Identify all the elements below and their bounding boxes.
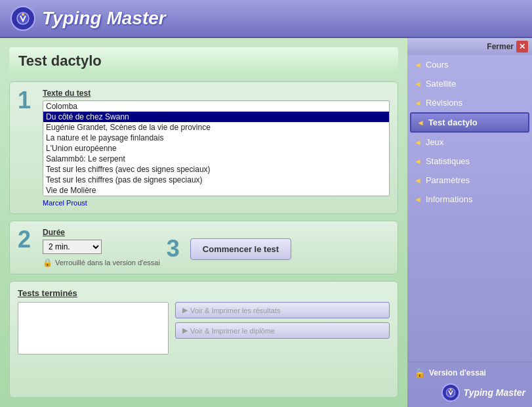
list-item[interactable]: Test sur les chiffres (avec des signes s… bbox=[43, 164, 389, 175]
list-item[interactable]: La nature et le paysage finlandais bbox=[43, 133, 389, 143]
arrow-icon-satellite: ◄ bbox=[414, 79, 422, 89]
sidebar-item-informations[interactable]: ◄ Informations bbox=[407, 190, 532, 209]
arrow-icon-cours: ◄ bbox=[414, 60, 422, 70]
svg-point-1 bbox=[22, 13, 24, 16]
step3-wrap: 3 Commencer le test bbox=[167, 228, 291, 261]
lock-icon: 🔒 bbox=[43, 258, 52, 267]
sidebar-item-parametres[interactable]: ◄ Paramètres bbox=[407, 171, 532, 190]
arrow-icon: ▶ bbox=[182, 306, 188, 314]
duration-label: Durée bbox=[43, 228, 160, 237]
tests-row: ▶ Voir & Imprimer les résultats ▶ Voir &… bbox=[18, 302, 390, 354]
tests-buttons: ▶ Voir & Imprimer les résultats ▶ Voir &… bbox=[175, 302, 390, 354]
step1-number: 1 bbox=[18, 89, 36, 112]
step2-number: 2 bbox=[18, 228, 36, 251]
list-item[interactable]: L'Union européenne bbox=[43, 143, 389, 154]
list-item[interactable]: Test sur les chiffres (pas de signes spe… bbox=[43, 175, 389, 185]
arrow-icon-jeux: ◄ bbox=[414, 138, 422, 147]
footer-logo: Typing Master bbox=[414, 383, 525, 402]
view-diploma-label: Voir & Imprimer le diplôme bbox=[190, 327, 275, 335]
list-item[interactable]: Vie de Molière bbox=[43, 185, 389, 196]
titlebar: Typing Master bbox=[0, 0, 532, 38]
list-item[interactable]: Colomba bbox=[43, 101, 389, 112]
tests-title: Tests terminés bbox=[18, 288, 390, 298]
text-listbox[interactable]: Colomba Du côté de chez Swann Eugénie Gr… bbox=[43, 100, 390, 196]
start-test-button[interactable]: Commencer le test bbox=[190, 238, 291, 260]
svg-point-3 bbox=[449, 389, 451, 391]
step2-content: Durée 1 min. 2 min. 3 min. 5 min. 10 min… bbox=[43, 228, 160, 267]
text-label: Texte du test bbox=[43, 89, 390, 98]
app-title: Typing Master bbox=[42, 8, 166, 29]
lock-version-icon: 🔒 bbox=[414, 368, 425, 378]
text-selection-section: 1 Texte du test Colomba Du côté de chez … bbox=[9, 81, 398, 214]
footer-logo-text: Typing Master bbox=[464, 387, 525, 398]
version-badge: 🔒 Version d'essai bbox=[414, 368, 525, 378]
view-results-label: Voir & Imprimer les résultats bbox=[190, 307, 281, 314]
revisions-label: Révisions bbox=[426, 98, 462, 108]
version-section: 🔒 Version d'essai Typing Master bbox=[407, 362, 532, 407]
arrow-icon-informations: ◄ bbox=[414, 195, 422, 204]
tests-section: Tests terminés ▶ Voir & Imprimer les rés… bbox=[9, 281, 398, 398]
sidebar-item-jeux[interactable]: ◄ Jeux bbox=[407, 133, 532, 152]
list-item[interactable]: Du côté de chez Swann bbox=[43, 112, 389, 122]
sidebar-item-satellite[interactable]: ◄ Satellite bbox=[407, 74, 532, 93]
step1-content: Texte du test Colomba Du côté de chez Sw… bbox=[43, 89, 390, 207]
fermer-bar: Fermer ✕ bbox=[407, 38, 532, 55]
footer-logo-icon bbox=[441, 383, 460, 402]
arrow-icon-parametres: ◄ bbox=[414, 176, 422, 185]
sidebar-item-revisions[interactable]: ◄ Révisions bbox=[407, 93, 532, 112]
fermer-label: Fermer bbox=[487, 42, 514, 51]
view-diploma-button[interactable]: ▶ Voir & Imprimer le diplôme bbox=[175, 322, 390, 339]
cours-label: Cours bbox=[426, 60, 449, 70]
duration-select[interactable]: 1 min. 2 min. 3 min. 5 min. 10 min. bbox=[43, 240, 102, 254]
statistiques-label: Statistiques bbox=[426, 156, 470, 166]
content-area: Test dactylo 1 Texte du test Colomba Du … bbox=[0, 38, 407, 407]
lock-text: Verrouillé dans la version d'essai bbox=[55, 259, 160, 267]
sidebar-item-statistiques[interactable]: ◄ Statistiques bbox=[407, 152, 532, 171]
informations-label: Informations bbox=[426, 194, 473, 204]
author-label: Marcel Proust bbox=[43, 199, 390, 207]
close-button[interactable]: Fermer ✕ bbox=[487, 41, 528, 53]
page-title: Test dactylo bbox=[9, 47, 398, 75]
list-item[interactable]: Eugénie Grandet, Scènes de la vie de pro… bbox=[43, 122, 389, 133]
sidebar-item-cours[interactable]: ◄ Cours bbox=[407, 55, 532, 74]
app-logo-icon bbox=[10, 6, 35, 31]
view-results-button[interactable]: ▶ Voir & Imprimer les résultats bbox=[175, 302, 390, 318]
main-layout: Test dactylo 1 Texte du test Colomba Du … bbox=[0, 38, 532, 407]
jeux-label: Jeux bbox=[426, 137, 443, 147]
close-x-icon: ✕ bbox=[516, 41, 528, 53]
sidebar-item-test-dactylo[interactable]: ◄ Test dactylo bbox=[410, 112, 529, 133]
parametres-label: Paramètres bbox=[426, 175, 470, 185]
lock-row: 🔒 Verrouillé dans la version d'essai bbox=[43, 258, 160, 267]
duration-select-wrap: 1 min. 2 min. 3 min. 5 min. 10 min. bbox=[43, 240, 160, 254]
duration-section: 2 Durée 1 min. 2 min. 3 min. 5 min. 10 m… bbox=[9, 221, 398, 274]
completed-tests-list[interactable] bbox=[18, 302, 169, 354]
sidebar: Fermer ✕ ◄ Cours ◄ Satellite ◄ Révisions… bbox=[407, 38, 532, 407]
step3-number: 3 bbox=[167, 237, 185, 261]
list-item[interactable]: Salammbô: Le serpent bbox=[43, 154, 389, 164]
arrow-icon-statistiques: ◄ bbox=[414, 157, 422, 166]
version-label: Version d'essai bbox=[429, 368, 486, 377]
arrow-icon-revisions: ◄ bbox=[414, 98, 422, 108]
arrow-icon2: ▶ bbox=[182, 326, 188, 335]
arrow-icon-test-dactylo: ◄ bbox=[417, 118, 424, 127]
satellite-label: Satellite bbox=[426, 79, 456, 89]
test-dactylo-label: Test dactylo bbox=[428, 118, 478, 127]
